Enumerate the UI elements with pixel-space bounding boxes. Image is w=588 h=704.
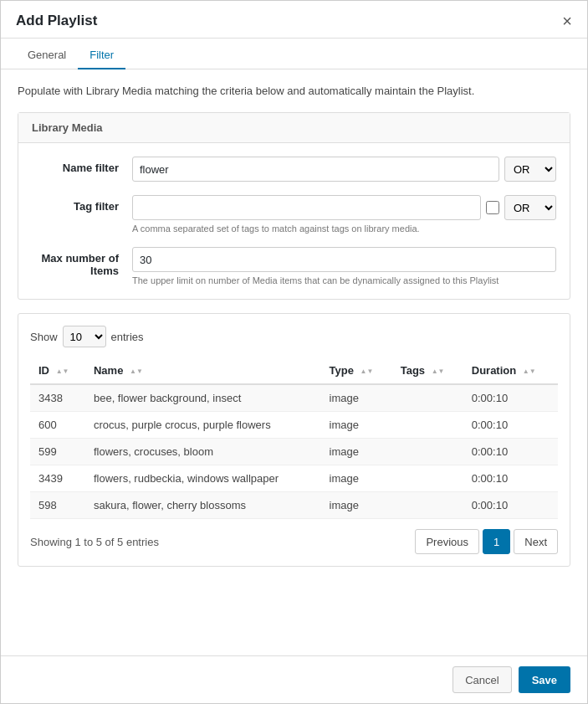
cell-duration: 0:00:10 [463, 492, 558, 519]
cell-tags [392, 492, 463, 519]
table-body: 3438bee, flower background, insectimage0… [30, 384, 558, 519]
name-sort-icon: ▲▼ [130, 368, 143, 375]
media-table: ID ▲▼ Name ▲▼ Type ▲▼ Tags ▲▼ Duration ▲ [30, 357, 558, 519]
data-table-section: Show 10 25 50 100 entries ID ▲▼ [18, 313, 570, 567]
cell-duration: 0:00:10 [463, 439, 558, 465]
type-sort-icon: ▲▼ [360, 368, 374, 375]
max-items-hint: The upper limit on number of Media items… [132, 275, 556, 285]
cell-tags [392, 412, 463, 439]
table-row: 600crocus, purple crocus, purple flowers… [30, 412, 558, 439]
tag-filter-controls: OR AND A comma separated set of tags to … [132, 195, 556, 234]
library-media-section: Library Media Name filter OR AND [18, 112, 570, 300]
tag-filter-label: Tag filter [32, 195, 132, 213]
cell-type: image [321, 412, 392, 439]
close-button[interactable]: × [562, 13, 572, 29]
name-filter-label: Name filter [32, 157, 132, 174]
id-sort-icon: ▲▼ [56, 368, 69, 375]
cell-id: 599 [30, 439, 85, 465]
col-id[interactable]: ID ▲▼ [30, 357, 85, 384]
filter-description: Populate with Library Media matching the… [18, 85, 570, 97]
pagination: Previous 1 Next [415, 529, 558, 554]
tag-filter-input-group: OR AND [132, 195, 556, 220]
max-items-input[interactable] [132, 247, 556, 272]
modal: Add Playlist × General Filter Populate w… [0, 0, 588, 704]
tabs: General Filter [1, 42, 587, 69]
modal-title: Add Playlist [16, 13, 97, 29]
max-items-row: Max number of Items The upper limit on n… [32, 247, 556, 285]
cell-type: image [321, 439, 392, 465]
tag-filter-checkbox[interactable] [486, 201, 499, 214]
showing-text: Showing 1 to 5 of 5 entries [30, 536, 159, 548]
max-items-controls: The upper limit on number of Media items… [132, 247, 556, 285]
name-filter-input[interactable] [132, 157, 499, 182]
modal-footer: Cancel Save [1, 655, 587, 703]
name-filter-input-group: OR AND [132, 157, 556, 182]
cell-name: crocus, purple crocus, purple flowers [85, 412, 321, 439]
entries-label: entries [111, 331, 144, 343]
entries-select[interactable]: 10 25 50 100 [63, 326, 106, 347]
modal-header: Add Playlist × [1, 1, 587, 39]
cell-name: flowers, crocuses, bloom [85, 439, 321, 465]
table-footer: Showing 1 to 5 of 5 entries Previous 1 N… [30, 529, 558, 554]
show-label: Show [30, 331, 58, 343]
page-1-button[interactable]: 1 [483, 529, 510, 554]
table-row: 599flowers, crocuses, bloomimage0:00:10 [30, 439, 558, 465]
col-duration[interactable]: Duration ▲▼ [463, 357, 558, 384]
save-button[interactable]: Save [519, 666, 570, 693]
name-filter-controls: OR AND [132, 157, 556, 182]
name-filter-row: Name filter OR AND [32, 157, 556, 182]
name-filter-operator[interactable]: OR AND [504, 157, 556, 182]
cell-id: 3438 [30, 384, 85, 412]
library-media-body: Name filter OR AND Tag filter [18, 143, 570, 299]
col-type[interactable]: Type ▲▼ [321, 357, 392, 384]
library-media-header: Library Media [18, 113, 570, 143]
tab-general[interactable]: General [16, 42, 78, 69]
tag-filter-input[interactable] [132, 195, 481, 220]
cell-type: image [321, 384, 392, 412]
previous-button[interactable]: Previous [415, 529, 479, 554]
cell-duration: 0:00:10 [463, 412, 558, 439]
col-name[interactable]: Name ▲▼ [85, 357, 321, 384]
table-header-row: ID ▲▼ Name ▲▼ Type ▲▼ Tags ▲▼ Duration ▲ [30, 357, 558, 384]
table-row: 3439flowers, rudbeckia, windows wallpape… [30, 465, 558, 492]
table-row: 598sakura, flower, cherry blossomsimage0… [30, 492, 558, 519]
cell-id: 598 [30, 492, 85, 519]
cell-name: bee, flower background, insect [85, 384, 321, 412]
cell-id: 3439 [30, 465, 85, 492]
tab-filter[interactable]: Filter [78, 42, 125, 69]
next-button[interactable]: Next [514, 529, 558, 554]
col-tags[interactable]: Tags ▲▼ [392, 357, 463, 384]
max-items-label: Max number of Items [32, 247, 132, 277]
tag-filter-hint: A comma separated set of tags to match a… [132, 224, 556, 234]
cell-id: 600 [30, 412, 85, 439]
cell-tags [392, 384, 463, 412]
cell-type: image [321, 492, 392, 519]
cell-duration: 0:00:10 [463, 465, 558, 492]
cell-tags [392, 465, 463, 492]
cell-type: image [321, 465, 392, 492]
tag-filter-row: Tag filter OR AND A comma separated set … [32, 195, 556, 234]
cell-duration: 0:00:10 [463, 384, 558, 412]
cell-name: sakura, flower, cherry blossoms [85, 492, 321, 519]
tag-filter-operator[interactable]: OR AND [504, 195, 556, 220]
duration-sort-icon: ▲▼ [523, 368, 536, 375]
show-entries: Show 10 25 50 100 entries [30, 326, 558, 347]
cell-tags [392, 439, 463, 465]
tags-sort-icon: ▲▼ [432, 368, 445, 375]
table-row: 3438bee, flower background, insectimage0… [30, 384, 558, 412]
cancel-button[interactable]: Cancel [453, 666, 511, 693]
cell-name: flowers, rudbeckia, windows wallpaper [85, 465, 321, 492]
modal-body: Populate with Library Media matching the… [1, 69, 587, 655]
